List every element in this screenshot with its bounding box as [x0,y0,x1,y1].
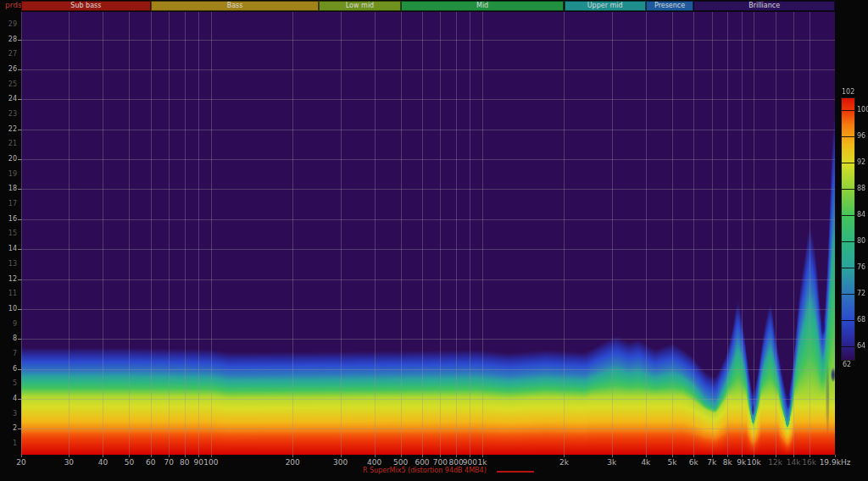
band-sub-bass: Sub bass [21,1,151,11]
x-tick-label: 90 [193,458,203,467]
y-tick-label: 9 [2,321,17,328]
y-tick-mark [18,399,21,400]
band-upper-mid: Upper mid [565,1,646,11]
x-tick-label: 7k [707,458,716,467]
y-tick-label: 27 [2,51,17,58]
colorbar-tick-label: 84 [857,212,865,218]
y-tick-mark [18,99,21,100]
colorbar-tick [841,189,854,190]
x-tick-label: 2k [559,458,569,467]
band-low-mid: Low mid [319,1,400,11]
x-tick-label: 16k [802,458,816,467]
colorbar-tick [841,268,854,268]
colorbar-tick-label: 64 [857,343,865,350]
x-tick-label: 30 [64,458,74,467]
x-tick-mark [440,455,441,457]
colorbar-tick [841,163,854,163]
y-tick-label: 19 [2,171,17,178]
colorbar-tick-label: 76 [857,264,865,271]
x-tick-mark [292,455,293,457]
x-tick-mark [727,455,728,457]
y-tick-label: 18 [2,185,17,192]
y-tick-label: 4 [2,395,17,402]
x-tick-label: 80 [180,458,189,467]
colorbar-tick [841,320,854,321]
y-tick-label: 6 [2,366,17,373]
x-tick-label: 50 [125,458,134,467]
y-tick-mark [18,309,21,310]
colorbar-tick [841,346,854,347]
x-tick-label: 1k [478,458,487,467]
legend-line-swatch [497,471,534,473]
colorbar-tick-label: 92 [857,159,865,166]
y-tick-label: 20 [2,156,17,163]
y-tick-label: 7 [2,351,17,357]
x-tick-mark [185,455,186,457]
spectrogram-window: prds Sub bassBassLow midMidUpper midPres… [0,0,868,481]
x-tick-mark [341,455,342,457]
y-tick-label: 10 [2,306,17,312]
y-tick-label: 11 [2,290,17,297]
band-bass: Bass [151,1,320,11]
y-tick-mark [18,219,21,220]
band-label: Low mid [346,3,374,9]
legend: R SuperMix5 (distortion 94dB 4MB4) [363,467,534,475]
x-tick-label: 300 [333,458,348,467]
x-tick-label: 5k [667,458,676,467]
x-tick-label: 9k [737,458,746,467]
colorbar-tick [841,136,854,137]
y-tick-label: 12 [2,276,17,283]
spectrogram-plot[interactable] [21,12,835,455]
x-tick-mark [646,455,647,457]
x-tick-mark [793,455,794,457]
y-tick-mark [18,249,21,250]
band-mid: Mid [401,1,565,11]
x-tick-mark [810,455,810,457]
x-tick-label: 600 [415,458,429,467]
y-tick-label: 26 [2,66,17,73]
band-label: Bass [227,3,243,9]
x-tick-label: 500 [393,458,408,467]
y-axis-title: prds [5,1,22,9]
colorbar-tick [841,241,854,242]
colorbar-tick [841,294,854,295]
x-tick-label: 19.9kHz [820,458,851,467]
y-tick-label: 5 [2,380,17,387]
x-tick-label: 8k [723,458,732,467]
x-tick-mark [456,455,457,457]
y-tick-label: 28 [2,36,17,43]
x-tick-mark [401,455,402,457]
x-tick-label: 100 [203,458,218,467]
x-tick-mark [712,455,713,457]
y-tick-label: 1 [2,440,17,447]
x-tick-mark [169,455,170,457]
y-tick-label: 14 [2,246,17,252]
band-presence: Presence [646,1,693,11]
x-tick-label: 900 [463,458,477,467]
y-tick-label: 2 [2,425,17,432]
x-tick-mark [129,455,130,457]
y-tick-mark [18,279,21,280]
colorbar-min-label: 62 [843,362,851,368]
x-tick-mark [151,455,152,457]
x-tick-mark [672,455,673,457]
x-tick-label: 700 [433,458,448,467]
x-tick-mark [375,455,376,457]
colorbar-tick-label: 68 [857,317,865,323]
colorbar-tick-label: 72 [857,290,865,297]
y-tick-label: 29 [2,21,17,28]
y-tick-mark [18,428,21,429]
y-tick-mark [18,339,21,340]
colorbar-tick-label: 80 [857,238,865,245]
band-label: Brilliance [748,3,780,9]
y-tick-label: 16 [2,216,17,223]
x-tick-mark [69,455,70,457]
y-tick-mark [18,189,21,190]
colorbar-tick-label: 96 [857,133,865,140]
y-tick-label: 3 [2,411,17,417]
x-tick-mark [742,455,743,457]
y-tick-mark [18,40,21,41]
y-tick-label: 24 [2,96,17,102]
colorbar-tick-label: 100 [857,107,868,113]
colorbar-tick [841,110,854,111]
